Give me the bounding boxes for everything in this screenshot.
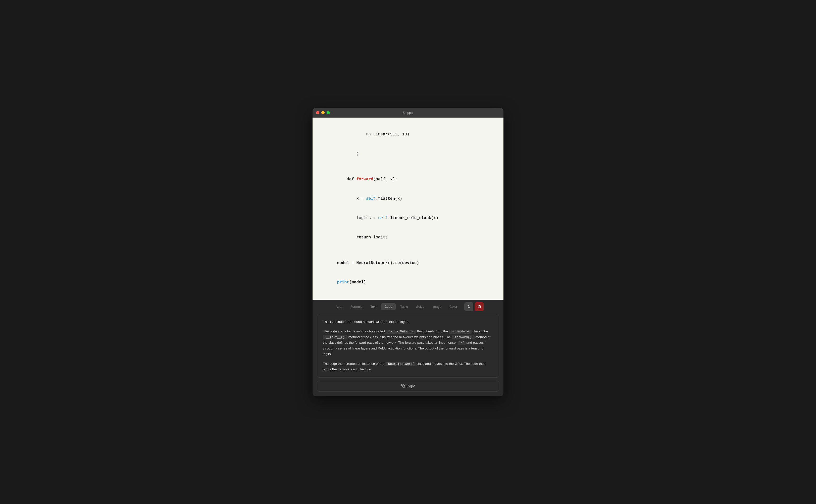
tab-color[interactable]: Color <box>446 303 461 310</box>
window-title: Snippai <box>402 111 413 115</box>
tab-table[interactable]: Table <box>397 303 412 310</box>
description-panel: This is a code for a neural network with… <box>317 314 499 378</box>
tab-code[interactable]: Code <box>381 303 396 310</box>
tab-solve[interactable]: Solve <box>413 303 428 310</box>
copy-icon <box>401 384 405 388</box>
titlebar: Snippai <box>313 108 503 118</box>
copy-button[interactable]: Copy <box>317 381 499 392</box>
code-line-7: return logits <box>323 228 493 247</box>
code-line-8 <box>323 247 493 254</box>
tab-auto[interactable]: Auto <box>332 303 346 310</box>
tab-formula[interactable]: Formula <box>347 303 366 310</box>
svg-rect-0 <box>403 385 405 387</box>
code-line-5: x = self.flatten(x) <box>323 189 493 209</box>
maximize-button[interactable] <box>327 111 330 114</box>
toolbar: Auto Formula Text Code Table Solve Image… <box>313 300 503 314</box>
tab-image[interactable]: Image <box>429 303 445 310</box>
code-line-4: def forward(self, x): <box>323 170 493 189</box>
description-paragraph-1: The code starts by defining a class call… <box>323 329 493 357</box>
code-line-2: ) <box>323 144 493 164</box>
code-line-9: model = NeuralNetwork().to(device) <box>323 254 493 273</box>
close-button[interactable] <box>316 111 319 114</box>
copy-label: Copy <box>406 384 415 388</box>
description-title: This is a code for a neural network with… <box>323 319 493 325</box>
main-window: Snippai nn.Linear(512, 10) ) def forward… <box>313 108 503 396</box>
description-paragraph-2: The code then creates an instance of the… <box>323 361 493 372</box>
code-line-3 <box>323 164 493 170</box>
code-line-10: print(model) <box>323 273 493 292</box>
minimize-button[interactable] <box>321 111 325 114</box>
code-display: nn.Linear(512, 10) ) def forward(self, x… <box>313 118 503 300</box>
traffic-lights <box>316 111 330 114</box>
toolbar-actions: ↻ <box>464 302 484 311</box>
refresh-button[interactable]: ↻ <box>464 302 473 311</box>
tab-text[interactable]: Text <box>367 303 380 310</box>
delete-button[interactable] <box>475 302 484 311</box>
code-line-6: logits = self.linear_relu_stack(x) <box>323 209 493 228</box>
code-line-1: nn.Linear(512, 10) <box>323 125 493 144</box>
